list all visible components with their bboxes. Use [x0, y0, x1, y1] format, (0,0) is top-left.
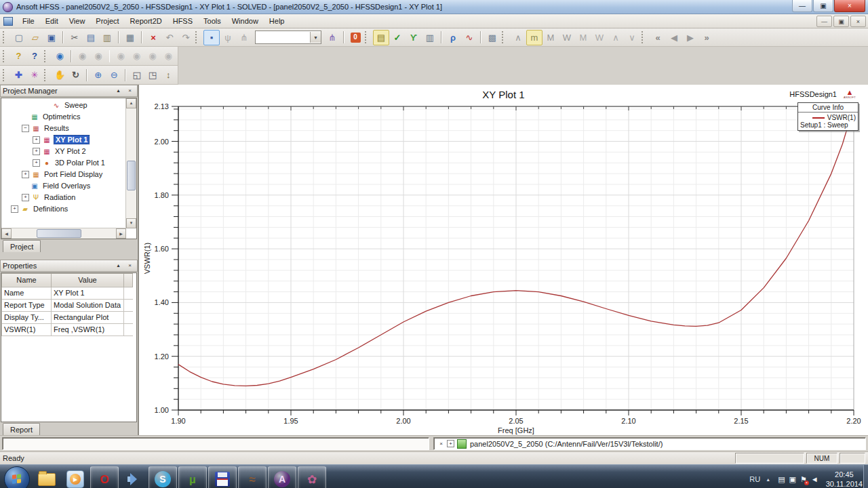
- wave-peak-button[interactable]: ∧: [510, 30, 526, 45]
- tree-item-label[interactable]: Definitions: [32, 205, 69, 213]
- view-lock-3-button[interactable]: ◉: [144, 48, 160, 64]
- tree-expander-icon[interactable]: +: [22, 171, 29, 178]
- property-cell[interactable]: Freq ,VSWR(1): [52, 323, 124, 336]
- rotate-button[interactable]: ↻: [68, 67, 83, 83]
- scroll-down-icon[interactable]: ▼: [126, 218, 136, 228]
- view-lock-1-button[interactable]: ◉: [113, 48, 128, 64]
- mdi-child-icon[interactable]: [3, 17, 13, 26]
- solution-data-button[interactable]: ▥: [422, 30, 438, 45]
- nav-prev-button[interactable]: ◀: [666, 30, 682, 45]
- close-button[interactable]: ×: [834, 0, 865, 12]
- collapse-icon[interactable]: ▴: [113, 261, 123, 270]
- wave-w2-button[interactable]: W: [591, 30, 608, 45]
- scroll-left-icon[interactable]: ◀: [1, 228, 12, 239]
- minimize-button[interactable]: —: [792, 0, 812, 12]
- orient-axes-button[interactable]: ↕: [161, 67, 176, 83]
- nav-first-button[interactable]: «: [650, 30, 666, 45]
- validate-check-button[interactable]: ✓: [389, 30, 406, 45]
- cut-button[interactable]: ✂: [66, 30, 83, 45]
- collapse-icon[interactable]: ▴: [113, 86, 123, 96]
- tree-item-sweep[interactable]: ∿Sweep: [1, 100, 126, 111]
- mdi-close-button[interactable]: ×: [850, 16, 866, 27]
- tree-hscrollbar[interactable]: ◀ ▶: [1, 228, 126, 239]
- property-cell[interactable]: Display Ty...: [2, 311, 52, 323]
- tree-expander-icon[interactable]: +: [33, 136, 40, 144]
- active-view-button[interactable]: ▪: [203, 30, 220, 45]
- copy-button[interactable]: ▤: [83, 30, 99, 45]
- hscroll-thumb[interactable]: [37, 229, 81, 238]
- validation-button[interactable]: ▤: [373, 30, 389, 45]
- xy-plot-view[interactable]: 1.901.952.002.052.102.152.201.001.201.40…: [139, 85, 868, 435]
- taskbar-volume-mixer[interactable]: [120, 467, 147, 488]
- redo-button[interactable]: ↷: [178, 30, 194, 45]
- show-selection-button[interactable]: ◉: [90, 48, 106, 64]
- tree-item-label[interactable]: XY Plot 2: [54, 147, 87, 155]
- model-tree-button[interactable]: ⋔: [324, 30, 340, 45]
- property-row[interactable]: NameXY Plot 1: [2, 287, 133, 299]
- vscroll-thumb[interactable]: [127, 161, 136, 190]
- solve-queue-button[interactable]: 0: [347, 30, 363, 45]
- chevron-down-icon[interactable]: ▼: [310, 32, 321, 43]
- tree-item-port-field-display[interactable]: +▦Port Field Display: [1, 169, 126, 180]
- tray-action-center-icon[interactable]: ⚑×: [800, 475, 807, 484]
- scroll-right-icon[interactable]: ▶: [116, 228, 126, 239]
- zoom-window-button[interactable]: ◱: [129, 67, 144, 83]
- tree-item-label[interactable]: Field Overlays: [41, 182, 92, 190]
- taskbar-hfss-orb[interactable]: A: [268, 466, 296, 488]
- mdi-minimize-button[interactable]: —: [816, 16, 832, 27]
- tray-volume-icon[interactable]: ◄: [811, 475, 818, 483]
- tree-item-optimetrics[interactable]: ▦Optimetrics: [1, 111, 126, 123]
- property-cell[interactable]: XY Plot 1: [52, 287, 124, 299]
- mdi-restore-button[interactable]: ▣: [833, 16, 849, 27]
- menu-edit[interactable]: Edit: [40, 16, 64, 26]
- scroll-up-icon[interactable]: ▲: [126, 98, 136, 108]
- open-button[interactable]: ▱: [27, 30, 43, 45]
- view-lock-4-button[interactable]: ◉: [161, 48, 176, 64]
- delete-button[interactable]: ×: [145, 30, 161, 45]
- wave-up-button[interactable]: ∧: [608, 30, 624, 45]
- pan-button[interactable]: ✋: [52, 67, 67, 83]
- wave-m3-button[interactable]: M: [575, 30, 591, 45]
- tab-report[interactable]: Report: [3, 423, 40, 435]
- tree-expander-icon[interactable]: +: [33, 159, 40, 167]
- tree-item-results[interactable]: −▦Results: [1, 123, 126, 134]
- tree-item-field-overlays[interactable]: ▣Field Overlays: [1, 180, 126, 192]
- save-button[interactable]: ▣: [43, 30, 60, 45]
- show-desktop-button[interactable]: [863, 465, 868, 488]
- wave-max2-button[interactable]: M: [542, 30, 559, 45]
- property-row[interactable]: Display Ty...Rectangular Plot: [2, 311, 133, 323]
- property-cell[interactable]: VSWR(1): [2, 323, 52, 336]
- zoom-in-button[interactable]: ⊕: [90, 67, 106, 83]
- menu-view[interactable]: View: [64, 16, 91, 26]
- close-icon[interactable]: ×: [437, 440, 445, 447]
- start-button[interactable]: [4, 466, 30, 488]
- view-lock-2-button[interactable]: ◉: [129, 48, 144, 64]
- taskbar-skype[interactable]: S: [149, 466, 177, 488]
- tree-item-label[interactable]: 3D Polar Plot 1: [54, 159, 106, 167]
- property-row[interactable]: Report TypeModal Solution Data: [2, 299, 133, 311]
- tree-item-3d-polar-plot-1[interactable]: +●3D Polar Plot 1: [1, 157, 126, 169]
- tree-item-label[interactable]: Radiation: [43, 193, 77, 201]
- tree-expander-icon[interactable]: +: [22, 194, 29, 201]
- menu-report2d[interactable]: Report2D: [125, 16, 167, 26]
- taskbar-media-player[interactable]: ▶: [62, 467, 89, 488]
- tree-item-xy-plot-1[interactable]: +▦XY Plot 1: [1, 134, 126, 146]
- paste-button[interactable]: ▥: [99, 30, 115, 45]
- menu-file[interactable]: File: [17, 16, 40, 26]
- tree-item-label[interactable]: Port Field Display: [43, 170, 104, 178]
- analyze-all-button[interactable]: ϒ: [406, 30, 422, 45]
- port-branch-button[interactable]: ⋔: [236, 30, 252, 45]
- wave-min-button[interactable]: W: [559, 30, 575, 45]
- radiation-display-button[interactable]: ✳: [26, 67, 42, 83]
- probe-button[interactable]: ψ: [220, 30, 236, 45]
- wave-down-button[interactable]: ∨: [624, 30, 640, 45]
- tab-project[interactable]: Project: [3, 240, 41, 252]
- taskbar-scribble-app[interactable]: ≈: [238, 466, 267, 488]
- taskbar-opera[interactable]: O: [90, 466, 119, 488]
- tree-item-xy-plot-2[interactable]: +▦XY Plot 2: [1, 146, 126, 157]
- tree-item-label[interactable]: Results: [43, 124, 71, 132]
- menu-hfss[interactable]: HFSS: [167, 16, 198, 26]
- menu-tools[interactable]: Tools: [198, 16, 226, 26]
- property-cell[interactable]: Name: [2, 287, 52, 299]
- help-topics-button[interactable]: ?: [11, 48, 26, 64]
